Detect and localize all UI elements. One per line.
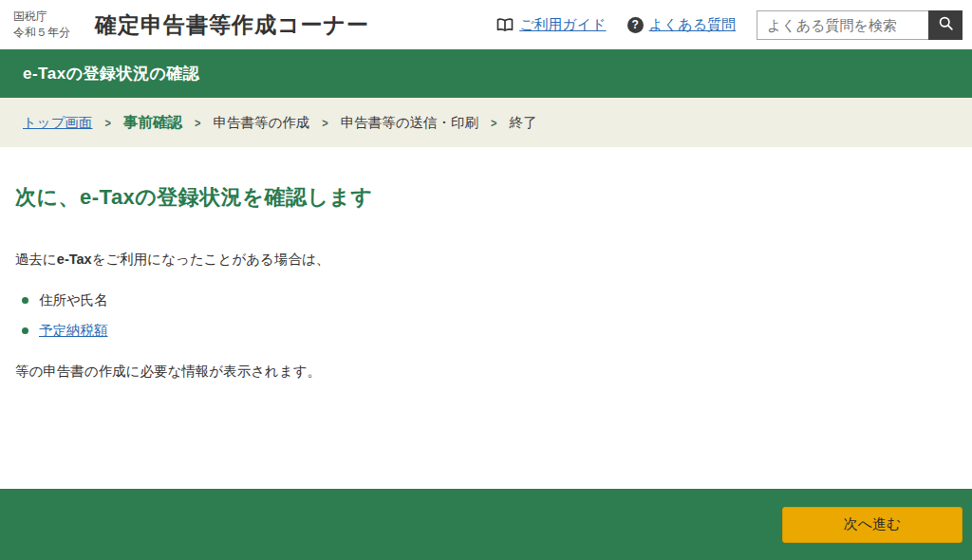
search-button[interactable] — [928, 10, 963, 40]
chevron-right-icon: > — [105, 116, 111, 129]
breadcrumb-item-precheck: 事前確認 — [123, 113, 182, 133]
breadcrumb-item-finish: 終了 — [509, 114, 536, 132]
search-input[interactable] — [757, 10, 928, 40]
bullet-icon — [22, 327, 28, 334]
chevron-right-icon: > — [322, 116, 327, 129]
faq-link[interactable]: ? よくある質問 — [627, 16, 736, 34]
outro-paragraph: 等の申告書の作成に必要な情報が表示されます。 — [15, 363, 949, 381]
intro-etax-bold: e-Tax — [57, 252, 92, 267]
breadcrumb-item-create: 申告書等の作成 — [213, 114, 309, 132]
page-title: e-Taxの登録状況の確認 — [23, 63, 199, 84]
next-button[interactable]: 次へ進む — [782, 507, 963, 543]
list-item: 予定納税額 — [22, 324, 949, 338]
breadcrumb-item-send-print: 申告書等の送信・印刷 — [341, 114, 478, 132]
page-title-bar: e-Taxの登録状況の確認 — [0, 49, 972, 98]
breadcrumb: トップ画面 > 事前確認 > 申告書等の作成 > 申告書等の送信・印刷 > 終了 — [0, 98, 972, 147]
breadcrumb-item-top[interactable]: トップ画面 — [23, 114, 93, 132]
chevron-right-icon: > — [491, 116, 496, 129]
faq-search — [757, 10, 963, 40]
agency-block: 国税庁 令和５年分 — [13, 9, 70, 41]
search-icon — [938, 15, 954, 34]
info-bullet-list: 住所や氏名 予定納税額 — [22, 293, 949, 338]
agency-name: 国税庁 — [13, 9, 70, 25]
faq-link-label: よくある質問 — [649, 16, 736, 34]
header-right: ご利用ガイド ? よくある質問 — [496, 10, 963, 40]
bullet-icon — [22, 297, 28, 304]
footer-bar: 次へ進む — [0, 489, 972, 560]
guide-link[interactable]: ご利用ガイド — [496, 16, 606, 34]
app-title: 確定申告書等作成コーナー — [95, 10, 369, 40]
book-icon — [496, 18, 514, 32]
app-header: 国税庁 令和５年分 確定申告書等作成コーナー ご利用ガイド ? よくある質問 — [0, 0, 972, 49]
list-item: 住所や氏名 — [22, 293, 949, 308]
bullet-label-address-name: 住所や氏名 — [39, 291, 108, 309]
guide-link-label: ご利用ガイド — [519, 16, 606, 34]
question-icon: ? — [627, 17, 644, 33]
estimated-tax-link[interactable]: 予定納税額 — [39, 322, 108, 340]
page-heading: 次に、e-Taxの登録状況を確認します — [15, 183, 949, 212]
intro-suffix: をご利用になったことがある場合は、 — [92, 252, 330, 267]
intro-prefix: 過去に — [15, 252, 57, 267]
chevron-right-icon: > — [195, 116, 200, 129]
intro-paragraph: 過去にe-Taxをご利用になったことがある場合は、 — [15, 251, 949, 269]
main-content: 次に、e-Taxの登録状況を確認します 過去にe-Taxをご利用になったことがあ… — [0, 147, 972, 489]
tax-year: 令和５年分 — [13, 25, 70, 41]
